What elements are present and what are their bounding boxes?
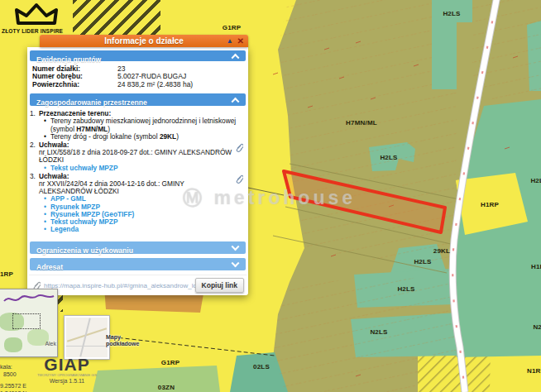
- list-item-uchwala-3: 3. Uchwała: nr XXVII/242/04 z dnia 2004-…: [39, 173, 238, 234]
- bullet-text: Tereny dróg - drogi lokalne (symbol: [50, 132, 160, 141]
- badge-text: ZŁOTY LIDER INSPIRE: [2, 28, 63, 34]
- zone-label: 29KL: [433, 247, 450, 255]
- chevron-down-icon: [232, 259, 240, 267]
- zone-label: H2LS: [530, 177, 541, 184]
- field-label: Powierzchnia:: [32, 81, 117, 88]
- giap-logo-text: GIAP: [36, 356, 98, 373]
- basemap-switcher-label: Mapy podkładowe: [106, 334, 147, 347]
- link-text[interactable]: Legenda: [50, 225, 79, 233]
- document-link[interactable]: Legenda: [39, 226, 238, 233]
- section-title: Adresat: [30, 263, 63, 271]
- zloty-lider-inspire-badge: ZŁOTY LIDER INSPIRE: [0, 0, 74, 36]
- attachment-link-icon[interactable]: [235, 142, 243, 152]
- zone-label: 03ZN: [158, 384, 175, 391]
- minimap-city-label: Alek: [45, 341, 56, 347]
- ewidencja-fields: Numer działki: 23 Numer obrębu: 5.0027-R…: [29, 63, 247, 92]
- zone-label: N2LS: [370, 328, 387, 336]
- hatched-area-top: [73, 0, 160, 36]
- overview-minimap[interactable]: Alek: [0, 289, 58, 357]
- section-title: Ewidencja gruntów: [30, 55, 101, 64]
- basemap-switcher-thumbnail[interactable]: [65, 316, 109, 359]
- zone-label: H1RP: [481, 201, 499, 208]
- item-body: nr XXVII/242/04 z dnia 2004-12-16 dot.: …: [39, 180, 238, 195]
- close-popup-icon[interactable]: ✕: [237, 36, 244, 45]
- bullet-line: Tereny dróg - drogi lokalne (symbol 29KL…: [39, 133, 238, 141]
- item-body: nr LIX/558/18 z dnia 2018-09-27 dot.: GM…: [39, 149, 238, 164]
- zone-label: N2LS: [533, 323, 541, 331]
- bullet-symbol: 29KL: [160, 132, 176, 141]
- zone-label: G1RP: [223, 24, 242, 31]
- bullet-line: Tereny zabudowy mieszkaniowej jednorodzi…: [39, 117, 238, 132]
- zone-label: H7MN/ML: [346, 119, 377, 127]
- scale-label: kala:: [0, 363, 26, 370]
- zone-label: H2LS: [397, 285, 414, 293]
- popup-body: Ewidencja gruntów Numer działki: 23 Nume…: [27, 47, 248, 295]
- scale-value: 8500: [0, 370, 26, 378]
- field-value: 24 838,2 m² (2.4838 ha): [117, 81, 193, 88]
- copy-link-button[interactable]: Kopiuj link: [195, 278, 244, 293]
- zone-label: H1RP: [531, 263, 541, 270]
- section-header-ograniczenia[interactable]: Ograniczenia w użytkowaniu: [30, 241, 246, 254]
- popup-title: Informacje o działce: [40, 35, 248, 47]
- zagospodarowanie-list: 1. Przeznaczenie terenu: Tereny zabudowy…: [29, 108, 247, 237]
- zone-label: N1RP: [527, 367, 541, 375]
- scale-and-coordinates: kala: 8500 9.25572 E 1.84013 N: [0, 363, 26, 392]
- crown-icon: [0, 0, 74, 28]
- list-item-uchwala-2: 2. Uchwała: nr LIX/558/18 z dnia 2018-09…: [39, 141, 238, 172]
- link-text[interactable]: Tekst uchwały MPZP: [50, 164, 117, 172]
- zone-label: 02LS: [253, 363, 270, 370]
- zone-label: H2LS: [443, 10, 460, 17]
- minimap-extent-rectangle[interactable]: [12, 313, 41, 329]
- coordinate-east: 9.25572 E: [0, 382, 26, 390]
- zone-label: H2LS: [414, 258, 431, 265]
- item-number: 3.: [30, 173, 36, 180]
- minimap-green-area: [4, 337, 22, 352]
- section-title: Ograniczenia w użytkowaniu: [30, 246, 133, 255]
- chevron-up-icon: [232, 53, 240, 61]
- item-number: 1.: [30, 110, 36, 117]
- share-url-text: https://mapa.inspire-hub.pl/#/gmina_alek…: [44, 282, 205, 289]
- item-number: 2.: [30, 141, 36, 149]
- collapse-popup-icon[interactable]: ▲: [227, 37, 233, 45]
- zone-label: H2LS: [380, 154, 397, 161]
- zone-label: 1RP: [0, 270, 13, 278]
- popup-header[interactable]: Informacje o działce ▲ ✕: [40, 35, 248, 47]
- popup-footer: https://mapa.inspire-hub.pl/#/gmina_alek…: [29, 275, 247, 295]
- map-application: G1RP H2LS H7MN/ML H2LS H2LS H1RP 29KL H2…: [0, 0, 541, 392]
- giap-version: Wersja 1.5.11: [36, 377, 98, 385]
- list-item-przeznaczenie: 1. Przeznaczenie terenu: Tereny zabudowy…: [39, 110, 238, 141]
- parcel-info-popup: Informacje o działce ▲ ✕ Ewidencja grunt…: [27, 35, 248, 295]
- giap-logo: GIAP TWORZYMY OPROGRAMOWANIE GIS Wersja …: [36, 356, 98, 385]
- minimap-boundary-line: [0, 289, 57, 314]
- section-header-zagospodarowanie[interactable]: Zagospodarowanie przestrzenne: [30, 93, 246, 106]
- attachment-link-icon[interactable]: [235, 174, 243, 184]
- section-header-adresat[interactable]: Adresat: [30, 258, 246, 270]
- section-header-ewidencja[interactable]: Ewidencja gruntów: [30, 50, 246, 61]
- chevron-up-icon: [232, 98, 240, 106]
- document-link[interactable]: Tekst uchwały MPZP: [39, 165, 238, 172]
- section-title: Zagospodarowanie przestrzenne: [30, 98, 147, 107]
- field-powierzchnia: Powierzchnia: 24 838,2 m² (2.4838 ha): [32, 81, 243, 88]
- zone-label: G1RP: [161, 359, 180, 366]
- bullet-text: ): [176, 132, 179, 141]
- chevron-down-icon: [232, 242, 240, 251]
- thumbnail-road: [66, 346, 108, 347]
